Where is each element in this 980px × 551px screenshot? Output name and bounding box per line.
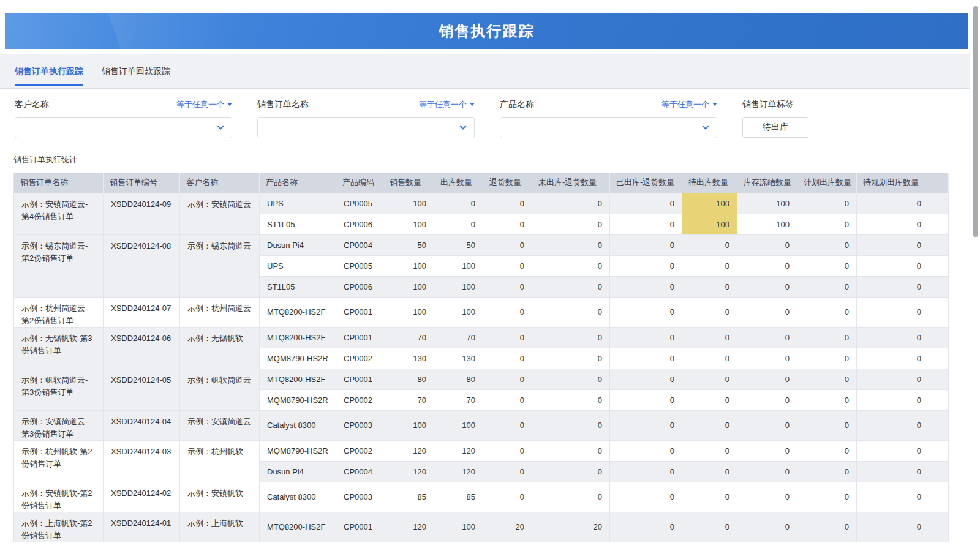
qty-cell: 100	[383, 276, 434, 297]
order-code-cell: XSDD240124-07	[104, 297, 180, 327]
column-header: 销售订单编号	[104, 173, 180, 193]
caret-down-icon	[712, 103, 717, 106]
row-blank-cell	[929, 512, 949, 542]
qty-cell: 0	[797, 440, 857, 461]
qty-cell: 0	[610, 482, 682, 512]
customer-cell: 示例：锡东简道云	[180, 234, 260, 297]
qty-cell: 120	[383, 440, 434, 461]
filter-card-product: 产品名称 等于任意一个	[490, 92, 727, 144]
qty-cell: 0	[532, 276, 610, 297]
qty-cell: 0	[483, 214, 532, 234]
product-code-cell: CP0005	[336, 255, 383, 276]
qty-cell: 0	[797, 276, 857, 297]
filter-card-customer: 客户名称 等于任意一个	[5, 92, 242, 144]
qty-cell: 120	[383, 461, 434, 482]
qty-cell: 0	[532, 461, 610, 482]
qty-cell: 0	[610, 512, 682, 542]
product-cell: Catalyst 8300	[260, 410, 336, 440]
product-select[interactable]	[500, 117, 717, 138]
row-blank-cell	[929, 410, 949, 440]
order-name-select[interactable]	[257, 117, 475, 138]
qty-cell: 100	[434, 410, 483, 440]
filter-card-order-name: 销售订单名称 等于任意一个	[247, 92, 484, 144]
order-name-cell: 示例：安镇简道云-第4份销售订单	[14, 193, 104, 234]
qty-cell: 0	[857, 389, 929, 410]
customer-cell: 示例：杭州简道云	[180, 297, 260, 327]
filter-operator-customer[interactable]: 等于任意一个	[176, 99, 232, 110]
column-header: 出库数量	[434, 173, 483, 193]
row-blank-cell	[929, 440, 949, 461]
qty-cell: 0	[610, 193, 682, 214]
qty-cell: 0	[797, 297, 857, 327]
filter-operator-product[interactable]: 等于任意一个	[662, 99, 717, 110]
column-header: 库存冻结数量	[737, 173, 797, 193]
order-name-cell: 示例：安镇简道云-第3份销售订单	[14, 410, 104, 440]
customer-select[interactable]	[15, 117, 232, 138]
table-row: 示例：安镇简道云-第4份销售订单XSDD240124-09示例：安镇简道云UPS…	[14, 193, 949, 214]
qty-cell: 0	[797, 461, 857, 482]
qty-cell: 0	[797, 389, 857, 410]
qty-cell: 0	[532, 193, 610, 214]
product-code-cell: CP0005	[336, 193, 383, 214]
tab-bar: 销售订单执行跟踪 销售订单回款跟踪	[0, 54, 970, 89]
qty-cell: 0	[610, 410, 682, 440]
table-row: 示例：帆软简道云-第3份销售订单XSDD240124-05示例：帆软简道云MTQ…	[14, 369, 949, 389]
qty-cell: 0	[532, 389, 610, 410]
qty-cell: 0	[857, 255, 929, 276]
tab-sales-order-execution[interactable]: 销售订单执行跟踪	[15, 54, 83, 88]
order-code-cell: XSDD240124-03	[104, 440, 180, 482]
order-code-cell: XSDD240124-09	[104, 193, 180, 234]
product-cell: MQM8790-HS2R	[260, 389, 336, 410]
qty-cell: 0	[857, 297, 929, 327]
qty-cell: 85	[383, 482, 434, 512]
order-code-cell: XSDD240124-08	[104, 234, 180, 297]
vertical-scrollbar-thumb[interactable]	[973, 6, 978, 237]
tab-sales-order-payment[interactable]: 销售订单回款跟踪	[102, 54, 170, 88]
qty-cell: 0	[483, 234, 532, 255]
qty-cell: 0	[797, 369, 857, 389]
customer-cell: 示例：安镇简道云	[180, 193, 260, 234]
qty-cell: 0	[737, 389, 797, 410]
qty-cell: 0	[532, 234, 610, 255]
qty-cell: 0	[682, 327, 737, 348]
qty-cell: 0	[737, 461, 797, 482]
filter-label-order-name: 销售订单名称	[257, 99, 309, 110]
qty-cell: 0	[682, 297, 737, 327]
product-cell: UPS	[260, 255, 336, 276]
qty-cell: 0	[737, 512, 797, 542]
qty-cell: 0	[737, 348, 797, 369]
qty-cell: 0	[737, 369, 797, 389]
qty-cell: 0	[797, 255, 857, 276]
column-header: 待出库数量	[682, 173, 737, 193]
qty-cell: 100	[434, 276, 483, 297]
product-code-cell: CP0001	[336, 512, 383, 542]
product-code-cell: CP0001	[336, 327, 383, 348]
qty-cell: 0	[797, 348, 857, 369]
product-cell: MTQ8200-HS2F	[260, 297, 336, 327]
qty-cell: 100	[383, 410, 434, 440]
qty-cell: 0	[737, 276, 797, 297]
row-blank-cell	[929, 369, 949, 389]
pending-outbound-tag-button[interactable]: 待出库	[742, 117, 809, 138]
qty-cell: 0	[682, 369, 737, 389]
qty-cell: 0	[610, 327, 682, 348]
order-name-cell: 示例：杭州帆软-第2份销售订单	[14, 440, 104, 482]
customer-cell: 示例：上海帆软	[180, 512, 260, 542]
row-blank-cell	[929, 214, 949, 234]
top-strip	[0, 0, 980, 12]
qty-cell: 100	[383, 193, 434, 214]
chevron-down-icon	[702, 122, 709, 129]
product-code-cell: CP0003	[336, 482, 383, 512]
qty-cell: 0	[857, 348, 929, 369]
filter-operator-order-name[interactable]: 等于任意一个	[419, 99, 475, 110]
qty-cell: 0	[532, 348, 610, 369]
qty-cell: 0	[797, 327, 857, 348]
table-row: 示例：安镇简道云-第3份销售订单XSDD240124-04示例：安镇简道云Cat…	[14, 410, 949, 440]
qty-cell: 0	[857, 369, 929, 389]
product-code-cell: CP0001	[336, 297, 383, 327]
column-header: 销售数量	[383, 173, 434, 193]
product-code-cell: CP0002	[336, 440, 383, 461]
filter-card-order-tag: 销售订单标签 待出库	[733, 92, 968, 144]
column-header: 未出库-退货数量	[532, 173, 610, 193]
row-blank-cell	[929, 234, 949, 255]
